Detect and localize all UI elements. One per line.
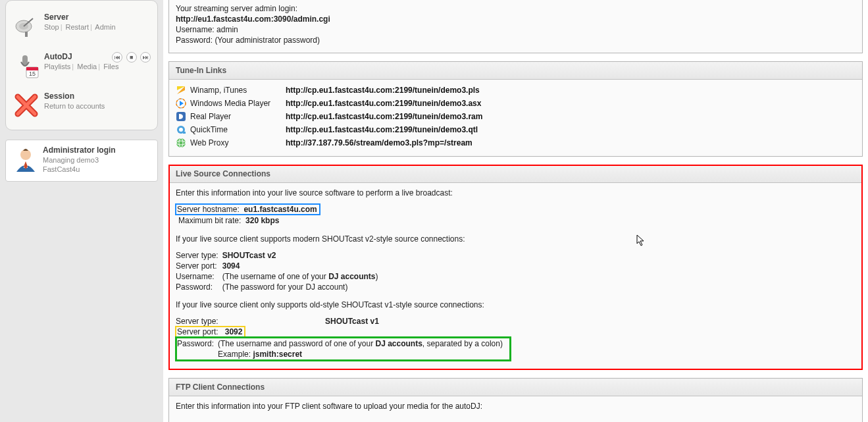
v1-port: 3092 [225,327,243,336]
live-source-header: Live Source Connections [169,165,862,183]
v2-note: If your live source client supports mode… [176,234,855,244]
autodj-next-button[interactable]: ⏭ [140,52,151,63]
v1-password: (The username and password of one of you… [218,338,507,349]
v2-password: (The password for your DJ account) [222,282,382,292]
autodj-files-link[interactable]: Files [103,63,118,70]
v1-type: SHOUTcast v1 [325,317,379,326]
administrator-login-box[interactable]: Administrator login Managing demo3 FastC… [5,140,158,182]
tunein-row-wmp: Windows Media Player http://cp.eu1.fastc… [176,97,855,110]
v2-username: (The username of one of your DJ accounts… [222,271,382,282]
admin-login-title: Administrator login [43,145,151,155]
admin-username-value: admin [217,25,238,34]
session-return-link[interactable]: Return to accounts [44,102,105,110]
wmp-icon [176,98,186,109]
tunein-links-header: Tune-In Links [169,62,862,80]
tunein-url-quicktime[interactable]: http://cp.eu1.fastcast4u.com:2199/tunein… [286,125,478,134]
session-title: Session [44,92,151,101]
admin-login-intro: Your streaming server admin login: [176,4,855,13]
v1-example: Example: jsmith:secret [218,349,507,359]
sidebar-item-server[interactable]: Server Stop| Restart| Admin [6,7,157,47]
tunein-url-wmp[interactable]: http://cp.eu1.fastcast4u.com:2199/tunein… [286,99,481,108]
tunein-row-webproxy: Web Proxy http://37.187.79.56/stream/dem… [176,136,855,149]
tunein-url-real[interactable]: http://cp.eu1.fastcast4u.com:2199/tunein… [286,112,482,121]
v1-table: Server type:SHOUTcast v1 Server port: 30… [176,316,511,363]
tunein-row-winamp: Winamp, iTunes http://cp.eu1.fastcast4u.… [176,84,855,97]
svg-point-16 [179,128,183,132]
avatar-icon [13,145,39,172]
quicktime-icon [176,124,186,135]
admin-password-label: Password: [176,36,213,45]
tunein-url-winamp[interactable]: http://cp.eu1.fastcast4u.com:2199/tunein… [286,86,480,95]
autodj-prev-button[interactable]: ⏮ [112,52,122,63]
bitrate-label: Maximum bit rate: [178,216,241,225]
admin-login-panel: Your streaming server admin login: http:… [168,0,863,53]
microphone-calendar-icon: 15 [13,52,40,80]
server-stop-link[interactable]: Stop [44,23,59,31]
close-x-icon [13,92,40,119]
v2-port: 3094 [222,261,240,271]
tunein-row-quicktime: QuickTime http://cp.eu1.fastcast4u.com:2… [176,123,855,136]
svg-text:15: 15 [29,70,36,77]
admin-password-value: (Your administrator password) [215,36,320,45]
live-source-panel: Live Source Connections Enter this infor… [168,165,863,370]
server-title: Server [44,13,151,22]
svg-rect-17 [183,132,186,134]
server-restart-link[interactable]: Restart [66,23,89,31]
svg-rect-3 [25,32,28,37]
sidebar-panel: Server Stop| Restart| Admin 15 [5,0,158,130]
v1-port-highlight: Server port: 3092 [176,327,245,337]
live-intro: Enter this information into your live so… [176,188,855,198]
tunein-url-webproxy[interactable]: http://37.187.79.56/stream/demo3.pls?mp=… [286,138,472,147]
v2-type: SHOUTcast v2 [222,251,276,260]
admin-login-url[interactable]: http://eu1.fastcast4u.com:3090/admin.cgi [176,14,330,24]
bitrate-value: 320 kbps [245,216,279,225]
ftp-header: FTP Client Connections [169,379,862,396]
hostname-highlight: Server hostname: eu1.fastcast4u.com [176,204,320,215]
server-links: Stop| Restart| Admin [44,23,151,31]
admin-login-brand: FastCast4u [43,165,151,173]
ftp-intro: Enter this information into your FTP cli… [176,402,855,411]
server-admin-link[interactable]: Admin [95,23,115,31]
admin-login-managing: Managing demo3 [43,156,151,164]
v2-table: Server type:SHOUTcast v2 Server port:309… [176,250,382,292]
sidebar-item-autodj[interactable]: 15 ⏮ ■ ⏭ AutoDJ Playlists| Media| Files [6,47,157,86]
svg-point-18 [176,138,186,147]
svg-point-8 [20,149,31,160]
autodj-stop-button[interactable]: ■ [126,52,137,63]
hostname-label: Server hostname: [177,205,240,214]
tunein-links-panel: Tune-In Links Winamp, iTunes http://cp.e… [168,61,863,157]
autodj-playlists-link[interactable]: Playlists [44,63,70,70]
sidebar-item-session[interactable]: Session Return to accounts [6,86,157,126]
v1-note: If your live source client only supports… [176,300,855,309]
realplayer-icon [176,111,186,122]
tunein-row-real: Real Player http://cp.eu1.fastcast4u.com… [176,110,855,123]
hostname-value: eu1.fastcast4u.com [243,205,317,214]
winamp-icon [176,85,186,95]
autodj-links: Playlists| Media| Files [44,63,151,70]
globe-icon [176,138,186,148]
satellite-dish-icon [13,13,40,40]
v1-password-highlight: Password: (The username and password of … [176,337,511,361]
admin-username-label: Username: [176,25,215,34]
ftp-panel: FTP Client Connections Enter this inform… [168,378,863,422]
autodj-media-link[interactable]: Media [77,63,97,70]
radio-icon [13,3,40,7]
